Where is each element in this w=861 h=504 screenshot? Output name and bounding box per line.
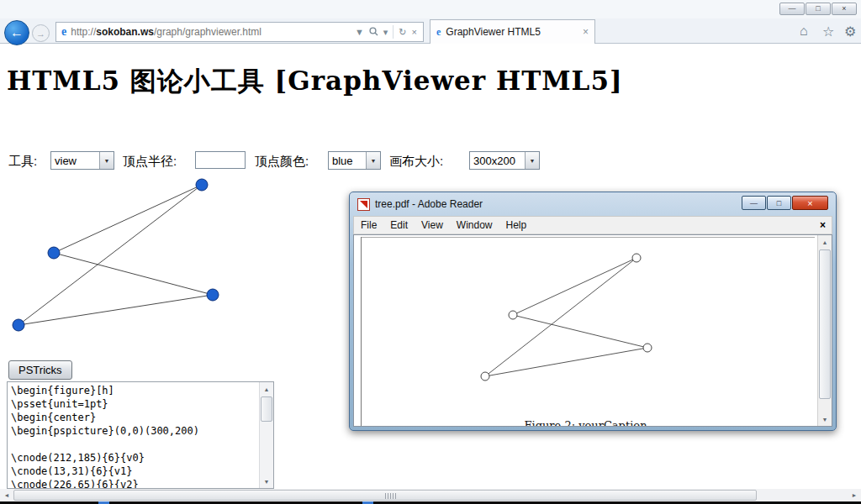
favorites-star-icon[interactable]: ☆ bbox=[822, 24, 834, 39]
pdf-figure-caption: Figure 2: yourCaption bbox=[354, 419, 817, 427]
graph-toolbar: 工具: view ▼ 顶点半径: 顶点颜色: blue ▼ 画布大小: 300x… bbox=[0, 150, 861, 172]
search-icon[interactable] bbox=[369, 27, 378, 38]
pdf-graph bbox=[354, 235, 819, 412]
tool-select[interactable]: view ▼ bbox=[50, 151, 114, 170]
minimize-button[interactable]: — bbox=[779, 3, 805, 15]
code-scrollbar-thumb[interactable] bbox=[261, 396, 272, 422]
scrollbar-grip bbox=[385, 493, 397, 499]
back-button[interactable]: ← bbox=[4, 20, 29, 45]
graph-canvas[interactable] bbox=[3, 171, 272, 349]
scroll-right-icon[interactable]: ► bbox=[848, 489, 861, 501]
scroll-up-icon[interactable]: ▲ bbox=[818, 235, 832, 249]
pdf-maximize-button[interactable]: □ bbox=[767, 196, 791, 210]
menu-edit[interactable]: Edit bbox=[383, 219, 415, 231]
page-content: HTML5 图论小工具 [GraphViewer HTML5] 工具: view… bbox=[0, 44, 861, 489]
menu-window[interactable]: Window bbox=[450, 219, 499, 231]
url-domain: sokoban.ws bbox=[96, 26, 154, 38]
ie-page-icon: e bbox=[61, 25, 66, 39]
size-select[interactable]: 300x200 ▼ bbox=[469, 151, 540, 170]
adobe-pdf-icon bbox=[357, 198, 370, 211]
tab-favicon: e bbox=[436, 26, 441, 39]
chevron-down-icon[interactable]: ▼ bbox=[366, 152, 380, 169]
adobe-reader-window[interactable]: tree.pdf - Adobe Reader — □ × File Edit … bbox=[349, 192, 837, 431]
pdf-scrollbar[interactable]: ▲ ▼ bbox=[817, 235, 832, 426]
menu-file[interactable]: File bbox=[354, 219, 383, 231]
size-label: 画布大小: bbox=[389, 154, 443, 170]
chevron-down-icon[interactable]: ▼ bbox=[525, 152, 539, 169]
color-select[interactable]: blue ▼ bbox=[328, 151, 381, 170]
pdf-document-close-icon[interactable]: × bbox=[820, 219, 826, 231]
page-title: HTML5 图论小工具 [GraphViewer HTML5] bbox=[7, 64, 623, 99]
pdf-window-controls: — □ × bbox=[741, 196, 828, 210]
menu-help[interactable]: Help bbox=[499, 219, 534, 231]
code-scrollbar[interactable]: ▲ ▼ bbox=[259, 382, 273, 488]
pdf-minimize-button[interactable]: — bbox=[742, 196, 766, 210]
tab-close-icon[interactable]: × bbox=[583, 26, 589, 38]
radius-input[interactable] bbox=[195, 151, 246, 169]
pdf-scrollbar-thumb[interactable] bbox=[819, 249, 831, 399]
close-button[interactable]: × bbox=[832, 3, 857, 15]
forward-button[interactable]: → bbox=[32, 24, 50, 42]
pdf-close-button[interactable]: × bbox=[792, 196, 828, 210]
tab-title: GraphViewer HTML5 bbox=[446, 26, 583, 38]
radius-label: 顶点半径: bbox=[123, 154, 177, 170]
browser-titlebar: — □ × bbox=[0, 0, 861, 18]
pdf-content: Figure 2: yourCaption ▲ ▼ bbox=[353, 234, 832, 427]
horizontal-scrollbar-thumb[interactable] bbox=[13, 490, 757, 501]
maximize-button[interactable]: □ bbox=[806, 3, 831, 15]
scroll-down-icon[interactable]: ▼ bbox=[818, 412, 832, 426]
search-caret-icon[interactable]: ▾ bbox=[383, 27, 388, 38]
stop-icon[interactable]: × bbox=[412, 27, 417, 37]
color-label: 顶点颜色: bbox=[255, 154, 309, 170]
pstricks-code-area[interactable]: \begin{figure}[h] \psset{unit=1pt} \begi… bbox=[7, 381, 274, 489]
refresh-icon[interactable]: ↻ bbox=[399, 27, 406, 38]
pstricks-code-text: \begin{figure}[h] \psset{unit=1pt} \begi… bbox=[8, 382, 273, 489]
home-icon[interactable]: ⌂ bbox=[800, 24, 808, 39]
menu-view[interactable]: View bbox=[415, 219, 450, 231]
scroll-left-icon[interactable]: ◄ bbox=[0, 489, 13, 501]
pstricks-button[interactable]: PSTricks bbox=[8, 360, 72, 380]
chevron-down-icon[interactable]: ▼ bbox=[99, 152, 114, 169]
pdf-window-title: tree.pdf - Adobe Reader bbox=[375, 198, 483, 210]
tool-label: 工具: bbox=[8, 154, 37, 170]
scroll-up-icon[interactable]: ▲ bbox=[260, 382, 273, 396]
page-horizontal-scrollbar[interactable]: ◄ ► bbox=[0, 489, 861, 501]
address-divider bbox=[393, 25, 394, 39]
url-path: /graph/graphviewer.html bbox=[154, 26, 261, 38]
settings-gear-icon[interactable]: ⚙ bbox=[844, 24, 856, 39]
scroll-down-icon[interactable]: ▼ bbox=[260, 475, 273, 488]
browser-tab[interactable]: e GraphViewer HTML5 × bbox=[430, 19, 595, 44]
pdf-menubar: File Edit View Window Help × bbox=[353, 216, 832, 234]
url-prefix: http:// bbox=[71, 26, 96, 38]
autocomplete-dropdown-icon[interactable]: ▼ bbox=[355, 27, 364, 37]
window-controls: — □ × bbox=[779, 3, 857, 15]
address-bar[interactable]: e http://sokoban.ws/graph/graphviewer.ht… bbox=[55, 22, 424, 42]
